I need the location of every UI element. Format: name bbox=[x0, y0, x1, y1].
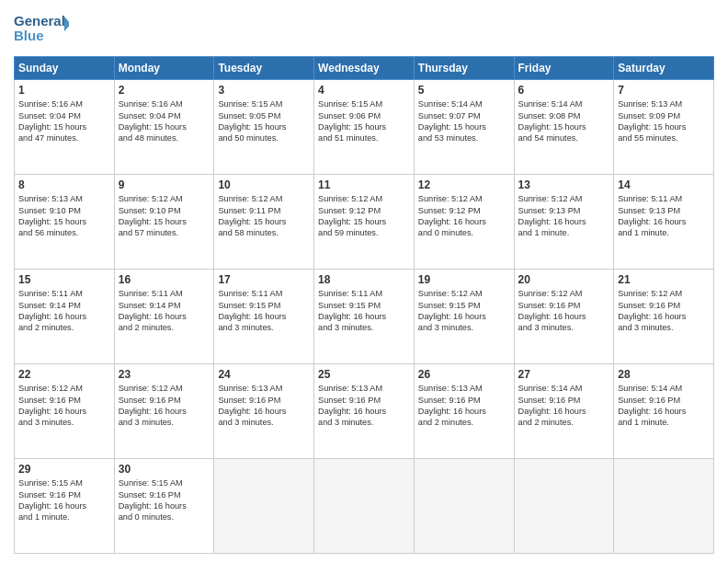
day-info: Sunrise: 5:12 AMSunset: 9:11 PMDaylight:… bbox=[218, 193, 310, 239]
day-number: 5 bbox=[418, 83, 510, 98]
day-number: 30 bbox=[119, 462, 210, 477]
calendar-day-cell: 2Sunrise: 5:16 AMSunset: 9:04 PMDaylight… bbox=[114, 80, 214, 175]
page: General Blue SundayMondayTuesdayWednesda… bbox=[0, 0, 728, 563]
calendar-day-cell: 7Sunrise: 5:13 AMSunset: 9:09 PMDaylight… bbox=[614, 80, 714, 175]
day-info: Sunrise: 5:12 AMSunset: 9:16 PMDaylight:… bbox=[18, 383, 110, 429]
day-number: 4 bbox=[318, 83, 410, 98]
header: General Blue bbox=[14, 9, 714, 51]
calendar-day-cell: 18Sunrise: 5:11 AMSunset: 9:15 PMDayligh… bbox=[314, 270, 415, 364]
calendar-week-row: 8Sunrise: 5:13 AMSunset: 9:10 PMDaylight… bbox=[15, 175, 714, 270]
calendar-day-cell: 21Sunrise: 5:12 AMSunset: 9:16 PMDayligh… bbox=[614, 270, 714, 364]
calendar-day-cell bbox=[514, 459, 614, 554]
day-number: 6 bbox=[518, 83, 610, 98]
calendar-week-row: 22Sunrise: 5:12 AMSunset: 9:16 PMDayligh… bbox=[15, 364, 714, 459]
calendar-table: SundayMondayTuesdayWednesdayThursdayFrid… bbox=[14, 56, 714, 554]
day-number: 14 bbox=[618, 178, 710, 192]
calendar-day-cell bbox=[614, 459, 714, 554]
day-number: 22 bbox=[18, 367, 110, 382]
day-number: 27 bbox=[518, 367, 610, 382]
day-number: 15 bbox=[18, 272, 110, 287]
calendar-col-header: Sunday bbox=[15, 57, 115, 80]
day-info: Sunrise: 5:11 AMSunset: 9:14 PMDaylight:… bbox=[18, 288, 110, 334]
day-number: 26 bbox=[418, 367, 510, 382]
day-number: 24 bbox=[218, 367, 310, 382]
day-info: Sunrise: 5:15 AMSunset: 9:06 PMDaylight:… bbox=[318, 98, 410, 144]
calendar-day-cell: 26Sunrise: 5:13 AMSunset: 9:16 PMDayligh… bbox=[414, 364, 514, 459]
day-info: Sunrise: 5:13 AMSunset: 9:16 PMDaylight:… bbox=[418, 383, 510, 429]
day-number: 29 bbox=[18, 462, 110, 477]
day-info: Sunrise: 5:15 AMSunset: 9:16 PMDaylight:… bbox=[119, 477, 210, 523]
day-info: Sunrise: 5:11 AMSunset: 9:13 PMDaylight:… bbox=[618, 193, 710, 239]
day-info: Sunrise: 5:14 AMSunset: 9:07 PMDaylight:… bbox=[418, 98, 510, 144]
calendar-day-cell: 14Sunrise: 5:11 AMSunset: 9:13 PMDayligh… bbox=[614, 175, 714, 270]
day-number: 8 bbox=[18, 178, 110, 192]
day-info: Sunrise: 5:11 AMSunset: 9:15 PMDaylight:… bbox=[218, 288, 310, 334]
calendar-day-cell: 25Sunrise: 5:13 AMSunset: 9:16 PMDayligh… bbox=[314, 364, 415, 459]
calendar-col-header: Thursday bbox=[414, 57, 514, 80]
calendar-day-cell: 24Sunrise: 5:13 AMSunset: 9:16 PMDayligh… bbox=[214, 364, 314, 459]
calendar-day-cell: 12Sunrise: 5:12 AMSunset: 9:12 PMDayligh… bbox=[414, 175, 514, 270]
svg-text:Blue: Blue bbox=[14, 28, 44, 43]
day-info: Sunrise: 5:15 AMSunset: 9:16 PMDaylight:… bbox=[18, 477, 110, 523]
svg-text:General: General bbox=[14, 13, 65, 29]
day-number: 20 bbox=[518, 272, 610, 287]
calendar-col-header: Friday bbox=[514, 57, 614, 80]
calendar-day-cell: 23Sunrise: 5:12 AMSunset: 9:16 PMDayligh… bbox=[114, 364, 214, 459]
calendar-week-row: 1Sunrise: 5:16 AMSunset: 9:04 PMDaylight… bbox=[15, 80, 714, 175]
day-number: 18 bbox=[318, 272, 410, 287]
calendar-day-cell bbox=[214, 459, 314, 554]
day-info: Sunrise: 5:12 AMSunset: 9:10 PMDaylight:… bbox=[119, 193, 210, 239]
calendar-day-cell: 29Sunrise: 5:15 AMSunset: 9:16 PMDayligh… bbox=[15, 459, 115, 554]
calendar-day-cell: 9Sunrise: 5:12 AMSunset: 9:10 PMDaylight… bbox=[114, 175, 214, 270]
day-info: Sunrise: 5:16 AMSunset: 9:04 PMDaylight:… bbox=[18, 98, 110, 144]
calendar-day-cell: 19Sunrise: 5:12 AMSunset: 9:15 PMDayligh… bbox=[414, 270, 514, 364]
day-info: Sunrise: 5:14 AMSunset: 9:08 PMDaylight:… bbox=[518, 98, 610, 144]
day-info: Sunrise: 5:13 AMSunset: 9:09 PMDaylight:… bbox=[618, 98, 710, 144]
calendar-day-cell: 1Sunrise: 5:16 AMSunset: 9:04 PMDaylight… bbox=[15, 80, 115, 175]
calendar-day-cell: 6Sunrise: 5:14 AMSunset: 9:08 PMDaylight… bbox=[514, 80, 614, 175]
day-number: 11 bbox=[318, 178, 410, 192]
calendar-day-cell: 16Sunrise: 5:11 AMSunset: 9:14 PMDayligh… bbox=[114, 270, 214, 364]
calendar-day-cell: 4Sunrise: 5:15 AMSunset: 9:06 PMDaylight… bbox=[314, 80, 415, 175]
day-info: Sunrise: 5:13 AMSunset: 9:16 PMDaylight:… bbox=[318, 383, 410, 429]
calendar-day-cell: 11Sunrise: 5:12 AMSunset: 9:12 PMDayligh… bbox=[314, 175, 415, 270]
day-number: 25 bbox=[318, 367, 410, 382]
day-number: 17 bbox=[218, 272, 310, 287]
calendar-day-cell: 13Sunrise: 5:12 AMSunset: 9:13 PMDayligh… bbox=[514, 175, 614, 270]
day-info: Sunrise: 5:12 AMSunset: 9:15 PMDaylight:… bbox=[418, 288, 510, 334]
calendar-header-row: SundayMondayTuesdayWednesdayThursdayFrid… bbox=[15, 57, 714, 80]
day-info: Sunrise: 5:14 AMSunset: 9:16 PMDaylight:… bbox=[518, 383, 610, 429]
logo-svg: General Blue bbox=[14, 9, 69, 51]
day-number: 12 bbox=[418, 178, 510, 192]
day-info: Sunrise: 5:13 AMSunset: 9:10 PMDaylight:… bbox=[18, 193, 110, 239]
calendar-day-cell: 3Sunrise: 5:15 AMSunset: 9:05 PMDaylight… bbox=[214, 80, 314, 175]
calendar-day-cell: 8Sunrise: 5:13 AMSunset: 9:10 PMDaylight… bbox=[15, 175, 115, 270]
day-info: Sunrise: 5:11 AMSunset: 9:14 PMDaylight:… bbox=[119, 288, 210, 334]
day-number: 21 bbox=[618, 272, 710, 287]
day-info: Sunrise: 5:16 AMSunset: 9:04 PMDaylight:… bbox=[119, 98, 210, 144]
logo: General Blue bbox=[14, 9, 69, 51]
day-info: Sunrise: 5:12 AMSunset: 9:12 PMDaylight:… bbox=[318, 193, 410, 239]
calendar-day-cell: 10Sunrise: 5:12 AMSunset: 9:11 PMDayligh… bbox=[214, 175, 314, 270]
day-number: 10 bbox=[218, 178, 310, 192]
day-info: Sunrise: 5:12 AMSunset: 9:13 PMDaylight:… bbox=[518, 193, 610, 239]
day-number: 13 bbox=[518, 178, 610, 192]
calendar-col-header: Saturday bbox=[614, 57, 714, 80]
day-info: Sunrise: 5:11 AMSunset: 9:15 PMDaylight:… bbox=[318, 288, 410, 334]
day-info: Sunrise: 5:12 AMSunset: 9:16 PMDaylight:… bbox=[518, 288, 610, 334]
day-number: 3 bbox=[218, 83, 310, 98]
day-info: Sunrise: 5:12 AMSunset: 9:16 PMDaylight:… bbox=[618, 288, 710, 334]
day-number: 28 bbox=[618, 367, 710, 382]
day-info: Sunrise: 5:12 AMSunset: 9:12 PMDaylight:… bbox=[418, 193, 510, 239]
calendar-day-cell: 17Sunrise: 5:11 AMSunset: 9:15 PMDayligh… bbox=[214, 270, 314, 364]
day-info: Sunrise: 5:15 AMSunset: 9:05 PMDaylight:… bbox=[218, 98, 310, 144]
calendar-col-header: Tuesday bbox=[214, 57, 314, 80]
calendar-day-cell: 27Sunrise: 5:14 AMSunset: 9:16 PMDayligh… bbox=[514, 364, 614, 459]
day-number: 19 bbox=[418, 272, 510, 287]
day-number: 1 bbox=[18, 83, 110, 98]
calendar-week-row: 29Sunrise: 5:15 AMSunset: 9:16 PMDayligh… bbox=[15, 459, 714, 554]
day-number: 7 bbox=[618, 83, 710, 98]
calendar-day-cell bbox=[414, 459, 514, 554]
day-number: 23 bbox=[119, 367, 210, 382]
calendar-day-cell: 20Sunrise: 5:12 AMSunset: 9:16 PMDayligh… bbox=[514, 270, 614, 364]
